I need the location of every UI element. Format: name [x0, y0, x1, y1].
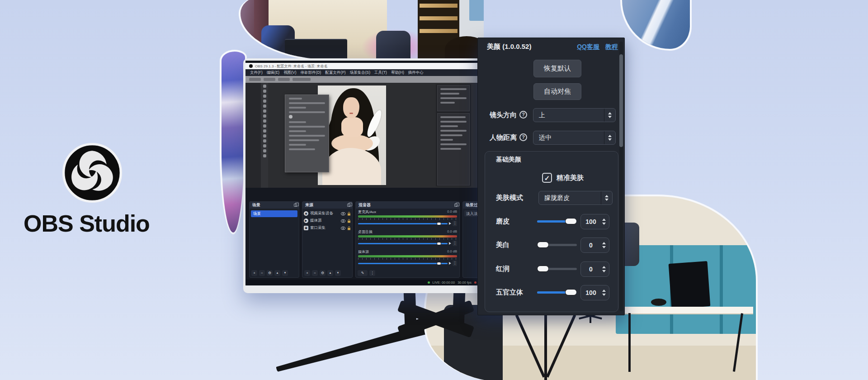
- photo-blob-left-streaks: [220, 50, 247, 234]
- autofocus-button[interactable]: 自动对焦: [533, 83, 581, 100]
- whitening-slider[interactable]: [537, 244, 577, 246]
- obs-titlebar-logo-icon: [249, 64, 253, 68]
- source-row[interactable]: ◉ 视频采集设备: [304, 210, 351, 217]
- photoshop-dialog: [285, 95, 329, 172]
- photo-blob-top-right: [620, 0, 692, 51]
- source-properties-button[interactable]: ⚙: [320, 270, 326, 276]
- channel-options-icon[interactable]: ⋮: [453, 241, 457, 246]
- face-3d-label: 五官立体: [496, 288, 523, 297]
- beauty-filter-panel: 美颜 (1.0.0.52) QQ客服 教程 恢复默认 自动对焦 镜头方向 ? 上…: [477, 38, 625, 315]
- channel-options-icon[interactable]: ⋮: [453, 221, 457, 226]
- menu-tools[interactable]: 工具(T): [374, 70, 387, 76]
- camera-source-icon: ◉: [304, 211, 308, 216]
- audio-meter: [358, 235, 457, 238]
- eye-icon[interactable]: [341, 212, 345, 215]
- sources-dock-title: 来源: [305, 202, 313, 208]
- chevron-updown-icon[interactable]: [604, 109, 615, 122]
- remove-source-button[interactable]: −: [312, 270, 318, 276]
- source-row[interactable]: ▣ 窗口采集: [304, 225, 351, 231]
- panel-scrollbar[interactable]: [619, 42, 623, 311]
- mixer-dock-title: 混音器: [359, 202, 371, 208]
- spin-arrows-icon[interactable]: [601, 242, 609, 248]
- skin-mode-select[interactable]: 朦胧磨皮: [538, 191, 613, 205]
- remove-scene-button[interactable]: −: [259, 270, 265, 276]
- chevron-updown-icon[interactable]: [604, 131, 615, 144]
- face-3d-slider[interactable]: [537, 291, 577, 294]
- rosy-slider[interactable]: [537, 268, 577, 270]
- audio-meter: [358, 215, 457, 218]
- smoothing-spinbox[interactable]: 100: [580, 214, 609, 229]
- lock-icon[interactable]: [347, 226, 351, 230]
- speaker-icon[interactable]: [449, 222, 451, 225]
- scene-item[interactable]: 场景: [251, 210, 297, 217]
- rosy-spinbox[interactable]: 0: [580, 261, 609, 277]
- scrollbar-thumb[interactable]: [619, 54, 623, 147]
- lock-icon[interactable]: [347, 212, 351, 216]
- menu-edit[interactable]: 编辑(E): [267, 70, 279, 76]
- mixer-more-button[interactable]: ⋮: [369, 270, 375, 276]
- obs-window: OBS 29.1.3 - 配置文件: 未命名 - 场景: 未命名 文件(F) 编…: [245, 61, 479, 285]
- mixer-channel: 桌面音频0.0 dB ⋮: [358, 229, 457, 246]
- obs-docks-area: 场景 场景 + − ⚙ ▲ ▼ 来源 ◉ 视频采集设备: [245, 188, 479, 280]
- help-icon[interactable]: ?: [519, 111, 527, 119]
- obs-menubar: 文件(F) 编辑(E) 视图(V) 停靠部件(D) 配置文件(P) 场景集合(S…: [245, 69, 479, 76]
- mixer-edit-button[interactable]: ✎: [358, 270, 368, 276]
- menu-view[interactable]: 视图(V): [283, 70, 296, 76]
- camera-direction-select[interactable]: 上: [533, 108, 616, 122]
- basic-beauty-title: 基础美颜: [496, 156, 521, 164]
- source-row[interactable]: ▶ 媒体源: [304, 218, 351, 224]
- chevron-updown-icon[interactable]: [601, 191, 612, 204]
- scenes-dock-title: 场景: [252, 202, 260, 208]
- fps-indicator: 30.00 fps: [458, 280, 472, 285]
- audio-mixer-dock: 混音器 麦克风/Aux0.0 dB ⋮ 桌面音频0.0 dB ⋮ 媒体源0.0 …: [355, 201, 460, 278]
- obs-studio-wordmark: OBS Studio: [24, 210, 150, 237]
- volume-slider[interactable]: [358, 243, 448, 244]
- slider-handle[interactable]: [565, 218, 577, 224]
- speaker-icon[interactable]: [449, 242, 451, 245]
- precise-skin-label: 精准美肤: [557, 174, 584, 182]
- menu-help[interactable]: 帮助(H): [391, 70, 404, 76]
- source-up-button[interactable]: ▲: [327, 270, 333, 276]
- source-down-button[interactable]: ▼: [335, 270, 341, 276]
- photoshop-options-bar: [245, 76, 479, 83]
- menu-file[interactable]: 文件(F): [250, 70, 263, 76]
- add-scene-button[interactable]: +: [251, 270, 257, 276]
- slider-handle[interactable]: [565, 289, 577, 295]
- add-source-button[interactable]: +: [304, 270, 310, 276]
- spin-arrows-icon[interactable]: [601, 218, 609, 225]
- face-3d-spinbox[interactable]: 100: [580, 285, 609, 300]
- whitening-label: 美白: [496, 241, 509, 249]
- slider-handle[interactable]: [537, 266, 549, 272]
- media-source-icon: ▶: [304, 218, 308, 223]
- spin-arrows-icon[interactable]: [601, 266, 609, 272]
- spin-arrows-icon[interactable]: [601, 290, 609, 296]
- tutorial-link[interactable]: 教程: [605, 43, 618, 51]
- scene-up-button[interactable]: ▲: [274, 270, 280, 276]
- menu-scene-collection[interactable]: 场景集合(S): [350, 70, 370, 76]
- help-icon[interactable]: ?: [519, 133, 527, 141]
- menu-plugin-center[interactable]: 插件中心: [408, 70, 424, 76]
- precise-skin-checkbox[interactable]: ✓: [542, 173, 552, 183]
- restore-defaults-button[interactable]: 恢复默认: [533, 60, 581, 77]
- smoothing-slider[interactable]: [537, 220, 577, 223]
- dock-popout-icon[interactable]: [294, 204, 297, 207]
- scene-filters-button[interactable]: ⚙: [267, 270, 273, 276]
- qq-support-link[interactable]: QQ客服: [577, 43, 599, 51]
- eye-icon[interactable]: [341, 219, 345, 223]
- volume-slider[interactable]: [358, 263, 448, 264]
- subject-distance-select[interactable]: 适中: [533, 131, 616, 145]
- menu-profile[interactable]: 配置文件(P): [325, 70, 345, 76]
- dock-popout-icon[interactable]: [347, 204, 350, 207]
- eye-icon[interactable]: [341, 227, 345, 230]
- speaker-icon[interactable]: [449, 262, 451, 265]
- whitening-spinbox[interactable]: 0: [580, 238, 609, 253]
- volume-slider[interactable]: [358, 223, 448, 224]
- lock-icon[interactable]: [347, 219, 351, 223]
- menu-docks[interactable]: 停靠部件(D): [301, 70, 321, 76]
- obs-titlebar: OBS 29.1.3 - 配置文件: 未命名 - 场景: 未命名: [245, 63, 479, 69]
- slider-handle[interactable]: [537, 242, 549, 248]
- channel-options-icon[interactable]: ⋮: [453, 261, 457, 266]
- smoothing-label: 磨皮: [496, 217, 509, 226]
- dock-popout-icon[interactable]: [454, 204, 458, 207]
- scene-down-button[interactable]: ▼: [282, 270, 288, 276]
